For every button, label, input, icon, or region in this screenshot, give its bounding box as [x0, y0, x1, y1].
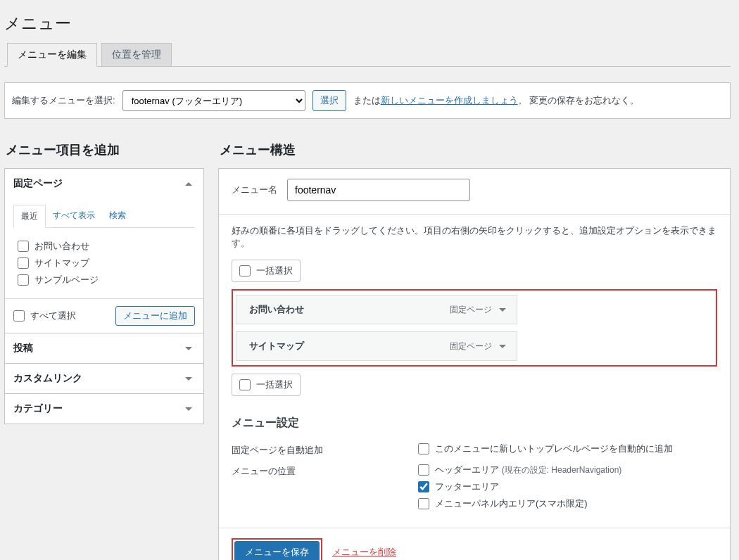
chevron-down-icon[interactable]: [499, 308, 506, 312]
panel-category-title: カテゴリー: [13, 402, 63, 415]
page-item-contact-label: お問い合わせ: [34, 240, 89, 253]
page-item-sitemap: サイトマップ: [13, 255, 195, 272]
tab-view-all[interactable]: すべて表示: [46, 205, 102, 228]
menu-item-contact-type: 固定ページ: [450, 304, 492, 316]
create-menu-link[interactable]: 新しいメニューを作成しましょう: [381, 95, 518, 106]
page-item-sample: サンプルページ: [13, 272, 195, 288]
bulk-select-top-checkbox[interactable]: [239, 265, 251, 276]
select-all-checkbox[interactable]: [13, 310, 25, 322]
position-header-checkbox[interactable]: [418, 464, 429, 476]
menu-settings: メニュー設定 固定ページを自動追加 このメニューに新しいトップレベルページを自動…: [219, 403, 730, 528]
panel-category-header[interactable]: カテゴリー: [5, 394, 203, 424]
tab-edit-menus[interactable]: メニューを編集: [7, 43, 97, 67]
tab-search[interactable]: 検索: [102, 205, 133, 228]
position-panel-label: メニューパネル内エリア(スマホ限定): [435, 497, 588, 510]
menu-select-label: 編集するメニューを選択:: [12, 94, 115, 107]
panel-fixed-pages-title: 固定ページ: [13, 177, 63, 190]
page-item-sitemap-label: サイトマップ: [34, 257, 89, 269]
menu-items-highlight: お問い合わせ 固定ページ サイトマップ 固定ページ: [232, 289, 717, 367]
add-items-postboxes: 固定ページ 最近 すべて表示 検索 お問い合わせ: [4, 168, 204, 424]
auto-add-label: 固定ページを自動追加: [232, 443, 418, 457]
fixed-pages-tabs: 最近 すべて表示 検索: [13, 204, 195, 228]
position-footer-label: フッターエリア: [435, 481, 499, 493]
chevron-down-icon: [185, 377, 192, 381]
panel-posts-header[interactable]: 投稿: [5, 333, 203, 363]
tab-recent[interactable]: 最近: [13, 205, 46, 228]
panel-custom-link: カスタムリンク: [5, 364, 203, 394]
menu-structure-panel: メニュー名 好みの順番に各項目をドラッグしてください。項目の右側の矢印をクリック…: [218, 168, 731, 560]
bulk-select-bottom[interactable]: 一括選択: [232, 374, 301, 396]
position-label: メニューの位置: [232, 464, 418, 478]
panel-posts: 投稿: [5, 333, 203, 364]
auto-add-checkbox-label: このメニューに新しいトップレベルページを自動的に追加: [435, 443, 673, 455]
bulk-select-bottom-checkbox[interactable]: [239, 379, 251, 390]
select-button[interactable]: 選択: [312, 90, 346, 111]
bulk-select-top[interactable]: 一括選択: [232, 260, 301, 282]
tab-manage-locations[interactable]: 位置を管理: [101, 43, 172, 66]
page-item-contact: お問い合わせ: [13, 238, 195, 255]
save-highlight: メニューを保存: [232, 538, 322, 560]
menu-item-contact-title: お問い合わせ: [249, 303, 304, 316]
chevron-up-icon: [185, 182, 192, 186]
page-item-sitemap-checkbox[interactable]: [18, 257, 29, 269]
menu-name-label: メニュー名: [232, 184, 277, 196]
auto-add-checkbox[interactable]: [418, 443, 429, 454]
panel-category: カテゴリー: [5, 394, 203, 424]
menu-item-sitemap[interactable]: サイトマップ 固定ページ: [236, 331, 517, 361]
page-item-contact-checkbox[interactable]: [18, 241, 29, 252]
save-menu-button[interactable]: メニューを保存: [234, 541, 320, 560]
position-header-label: ヘッダーエリア (現在の設定: HeaderNavigation): [435, 464, 621, 476]
page-item-sample-checkbox[interactable]: [18, 274, 29, 286]
bulk-select-bottom-label: 一括選択: [256, 378, 293, 391]
menu-instructions: 好みの順番に各項目をドラッグしてください。項目の右側の矢印をクリックすると、追加…: [219, 215, 730, 254]
nav-tabs: メニューを編集 位置を管理: [4, 43, 731, 67]
menu-name-row: メニュー名: [219, 169, 730, 215]
panel-posts-title: 投稿: [13, 342, 33, 355]
page-title: メニュー: [4, 6, 71, 37]
menu-select-trailer: または新しいメニューを作成しましょう。 変更の保存をお忘れなく。: [353, 94, 640, 107]
bulk-select-top-label: 一括選択: [256, 265, 293, 277]
select-all-row: すべて選択: [13, 310, 76, 322]
menu-select-bar: 編集するメニューを選択: footernav (フッターエリア) 選択 または新…: [4, 82, 731, 119]
menu-item-sitemap-type: 固定ページ: [450, 341, 492, 352]
chevron-down-icon: [185, 407, 192, 411]
chevron-down-icon: [185, 347, 192, 350]
add-to-menu-button[interactable]: メニューに追加: [115, 306, 195, 326]
delete-menu-link[interactable]: メニューを削除: [332, 546, 396, 559]
menu-name-input[interactable]: [287, 179, 470, 201]
menu-select-dropdown[interactable]: footernav (フッターエリア): [122, 90, 305, 111]
panel-fixed-pages-header[interactable]: 固定ページ: [5, 169, 203, 198]
panel-fixed-pages: 固定ページ 最近 すべて表示 検索 お問い合わせ: [5, 169, 203, 333]
select-all-label: すべて選択: [30, 310, 76, 322]
position-footer-checkbox[interactable]: [418, 481, 429, 492]
menu-settings-heading: メニュー設定: [232, 416, 717, 431]
chevron-down-icon[interactable]: [499, 345, 506, 348]
menu-footer-actions: メニューを保存 メニューを削除: [219, 528, 730, 560]
menu-item-sitemap-title: サイトマップ: [249, 340, 304, 352]
page-item-sample-label: サンプルページ: [34, 274, 99, 286]
add-items-heading: メニュー項目を追加: [4, 141, 204, 158]
position-panel-checkbox[interactable]: [418, 498, 429, 509]
menu-item-contact[interactable]: お問い合わせ 固定ページ: [236, 295, 517, 324]
panel-custom-link-header[interactable]: カスタムリンク: [5, 364, 203, 393]
menu-structure-heading: メニュー構造: [218, 141, 731, 158]
panel-custom-link-title: カスタムリンク: [13, 372, 82, 385]
